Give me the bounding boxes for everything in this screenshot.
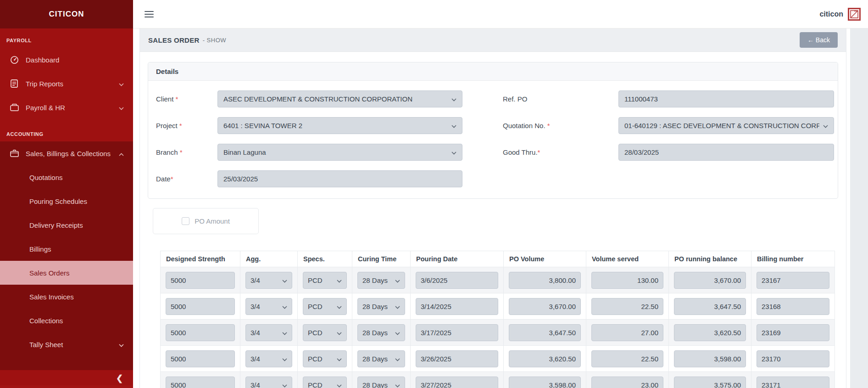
sidebar-item-sales-orders[interactable]: Sales Orders — [0, 261, 133, 285]
pouring-date-input[interactable]: 3/27/2025 — [416, 377, 498, 388]
sidebar-item-billings[interactable]: Billings — [0, 237, 133, 261]
chevron-down-icon — [337, 276, 342, 284]
specs-select[interactable]: PCD — [303, 377, 347, 388]
sidebar-item-sales-invoices[interactable]: Sales Invoices — [0, 285, 133, 309]
branch-label: Branch * — [156, 148, 217, 156]
agg-select[interactable]: 3/4 — [245, 324, 292, 341]
quotation-no-select[interactable]: 01-640129 : ASEC DEVELOPMENT & CONSTRUCT… — [618, 117, 834, 134]
chevron-down-icon — [451, 122, 456, 129]
pouring-date-input[interactable]: 3/26/2025 — [416, 350, 498, 367]
agg-select[interactable]: 3/4 — [245, 272, 292, 289]
chevron-down-icon — [119, 104, 124, 112]
document-icon — [9, 79, 19, 88]
sidebar-collapse-button chevron-left-icon[interactable]: ❮ — [116, 374, 123, 382]
curing-time-select[interactable]: 28 Days — [357, 272, 405, 289]
sidebar-item-label: Sales Invoices — [29, 293, 74, 301]
volume-served-input[interactable]: 27.00 — [591, 324, 663, 341]
curing-time-select[interactable]: 28 Days — [357, 324, 405, 341]
good-thru-input[interactable]: 28/03/2025 — [618, 144, 834, 161]
chevron-down-icon — [119, 341, 124, 349]
curing-time-select[interactable]: 28 Days — [357, 298, 405, 315]
chevron-down-icon — [119, 80, 124, 88]
hamburger-icon[interactable] — [145, 9, 154, 19]
sidebar-item-label: Billings — [29, 245, 51, 253]
po-volume-input[interactable]: 3,670.00 — [509, 298, 581, 315]
col-volume-served: Volume served — [586, 251, 669, 267]
designed-strength-input[interactable]: 5000 — [166, 298, 235, 315]
sidebar-item-collections[interactable]: Collections — [0, 309, 133, 332]
specs-select[interactable]: PCD — [303, 298, 347, 315]
volume-served-input[interactable]: 22.50 — [591, 350, 663, 367]
section-label-payroll: PAYROLL — [0, 28, 133, 48]
col-agg: Agg. — [240, 251, 298, 267]
speedometer-icon — [9, 56, 19, 64]
po-amount-checkbox[interactable] — [182, 217, 189, 225]
po-running-balance-input[interactable]: 3,575.00 — [674, 377, 746, 388]
required-star: * — [173, 95, 178, 103]
designed-strength-input[interactable]: 5000 — [166, 324, 235, 341]
pouring-date-input[interactable]: 3/6/2025 — [416, 272, 498, 289]
required-star: * — [178, 148, 183, 156]
sidebar-item-sales-billings-collections[interactable]: Sales, Billings & Collections — [0, 141, 133, 165]
branch-select[interactable]: Binan Laguna — [217, 144, 462, 161]
po-volume-input[interactable]: 3,647.50 — [509, 324, 581, 341]
volume-served-input[interactable]: 23.00 — [591, 377, 663, 388]
designed-strength-input[interactable]: 5000 — [166, 377, 235, 388]
sidebar-item-pouring-schedules[interactable]: Pouring Schedules — [0, 189, 133, 213]
po-volume-input[interactable]: 3,598.00 — [509, 377, 581, 388]
scrollbar[interactable] — [850, 28, 868, 388]
sidebar-item-trip-reports[interactable]: Trip Reports — [0, 72, 133, 96]
specs-select[interactable]: PCD — [303, 272, 347, 289]
chevron-down-icon — [823, 122, 828, 129]
volume-served-input[interactable]: 130.00 — [591, 272, 663, 289]
project-select[interactable]: 6401 : SEVINA TOWER 2 — [217, 117, 462, 134]
specs-select[interactable]: PCD — [303, 324, 347, 341]
agg-select[interactable]: 3/4 — [245, 377, 292, 388]
billing-number-input[interactable]: 23170 — [757, 350, 829, 367]
sidebar-item-payroll-hr[interactable]: Payroll & HR — [0, 96, 133, 119]
back-button[interactable]: ← Back — [800, 32, 838, 48]
po-running-balance-input[interactable]: 3,620.50 — [674, 324, 746, 341]
agg-select[interactable]: 3/4 — [245, 350, 292, 367]
wallet-icon — [9, 104, 19, 111]
volume-served-input[interactable]: 22.50 — [591, 298, 663, 315]
date-input[interactable]: 25/03/2025 — [217, 170, 462, 187]
billing-number-input[interactable]: 23169 — [757, 324, 829, 341]
designed-strength-input[interactable]: 5000 — [166, 272, 235, 289]
pouring-date-input[interactable]: 3/14/2025 — [416, 298, 498, 315]
date-label: Date* — [156, 175, 217, 183]
required-star: * — [545, 122, 550, 129]
po-amount-card: PO Amount — [153, 208, 259, 234]
po-volume-input[interactable]: 3,800.00 — [509, 272, 581, 289]
po-running-balance-input[interactable]: 3,647.50 — [674, 298, 746, 315]
sidebar-item-label: Collections — [29, 317, 63, 325]
chevron-down-icon — [337, 329, 342, 337]
billing-number-input[interactable]: 23171 — [757, 377, 829, 388]
page-title: SALES ORDER — [148, 36, 200, 44]
specs-select[interactable]: PCD — [303, 350, 347, 367]
sidebar-item-delivery-receipts[interactable]: Delivery Receipts — [0, 213, 133, 237]
billing-number-input[interactable]: 23168 — [757, 298, 829, 315]
sidebar-item-tally-sheet[interactable]: Tally Sheet — [0, 332, 133, 356]
chevron-down-icon — [337, 355, 342, 363]
chevron-down-icon — [282, 329, 287, 337]
agg-select[interactable]: 3/4 — [245, 298, 292, 315]
designed-strength-input[interactable]: 5000 — [166, 350, 235, 367]
po-running-balance-input[interactable]: 3,670.00 — [674, 272, 746, 289]
quotation-no-label: Quotation No. * — [503, 122, 618, 129]
main-content: SALES ORDER - SHOW ← Back Details Client… — [133, 28, 850, 388]
citicon-logo-icon — [848, 8, 861, 21]
pouring-date-input[interactable]: 3/17/2025 — [416, 324, 498, 341]
curing-time-select[interactable]: 28 Days — [357, 377, 405, 388]
sidebar-item-dashboard[interactable]: Dashboard — [0, 48, 133, 72]
sidebar-footer — [0, 385, 133, 388]
page-card: SALES ORDER - SHOW ← Back Details Client… — [139, 28, 846, 388]
col-billing-number: Billing number — [751, 251, 835, 267]
sidebar-item-quotations[interactable]: Quotations — [0, 165, 133, 189]
po-volume-input[interactable]: 3,620.50 — [509, 350, 581, 367]
curing-time-select[interactable]: 28 Days — [357, 350, 405, 367]
po-running-balance-input[interactable]: 3,598.00 — [674, 350, 746, 367]
billing-number-input[interactable]: 23167 — [757, 272, 829, 289]
client-select[interactable]: ASEC DEVELOPMENT & CONSTRUCTION CORPORAT… — [217, 90, 462, 107]
ref-po-input[interactable]: 111000473 — [618, 90, 834, 107]
